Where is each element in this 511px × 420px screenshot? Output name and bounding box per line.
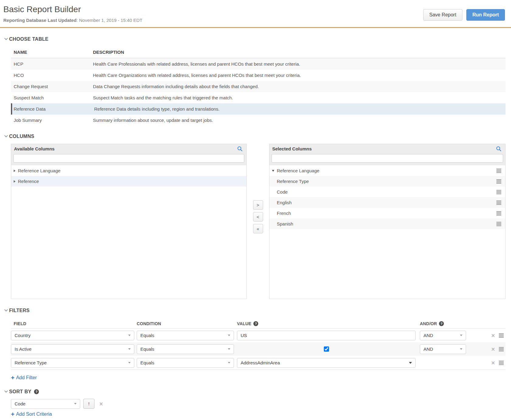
table-row-job-summary[interactable]: Job SummarySummary information about sou…: [11, 115, 506, 126]
drag-handle-icon[interactable]: [496, 201, 501, 205]
filter-andor-select[interactable]: AND: [420, 344, 466, 354]
filter-condition-select[interactable]: Equals: [137, 331, 234, 340]
selected-value: Equals: [140, 360, 154, 365]
help-icon[interactable]: ?: [439, 321, 444, 326]
choose-table-section-header[interactable]: CHOOSE TABLE: [5, 36, 506, 42]
filter-andor-cell: AND: [420, 344, 466, 354]
table-row-description: Health Care Professionals with related a…: [93, 61, 506, 67]
drag-handle-icon[interactable]: [496, 211, 501, 215]
sort-section-header[interactable]: SORT BY ?: [5, 389, 506, 394]
selected-value: AddressAdminArea: [241, 360, 280, 365]
move-left-button[interactable]: <: [253, 212, 263, 222]
caret-right-icon[interactable]: [14, 180, 15, 183]
table-row-description: Suspect Match tasks and the matching rul…: [93, 95, 506, 100]
chevron-down-icon: [128, 335, 131, 336]
add-filter-link[interactable]: + Add Filter: [11, 375, 37, 381]
selected-column-reference-type[interactable]: Reference Type: [269, 176, 505, 187]
filter-field-select[interactable]: Is Active: [11, 344, 134, 354]
sort-criteria-row: Code ↑ ×: [11, 399, 506, 409]
selected-value: Country: [15, 333, 31, 338]
selected-value: AND: [424, 333, 433, 338]
available-column-reference-language[interactable]: Reference Language: [11, 165, 246, 176]
table-row-hcp[interactable]: HCPHealth Care Professionals with relate…: [11, 58, 506, 70]
selected-column-english[interactable]: English: [269, 197, 505, 208]
search-icon[interactable]: [496, 146, 501, 151]
columns-section-label: COLUMNS: [9, 134, 34, 139]
drag-handle-icon[interactable]: [499, 361, 504, 365]
filter-andor-select[interactable]: AND: [420, 331, 466, 340]
selected-value: AND: [424, 346, 433, 352]
table-row-description: Reference Data details including type, r…: [94, 106, 506, 112]
value-column-header: VALUE ?: [237, 321, 416, 326]
chevron-down-icon: [228, 348, 230, 350]
selected-columns-title: Selected Columns: [272, 146, 312, 151]
drag-handle-icon[interactable]: [499, 347, 504, 351]
move-right-button[interactable]: >: [253, 200, 263, 210]
run-report-button[interactable]: Run Report: [466, 9, 505, 21]
caret-right-icon[interactable]: [14, 170, 15, 172]
filter-condition-select[interactable]: Equals: [137, 358, 234, 368]
table-row-name: Change Request: [11, 84, 93, 89]
help-icon[interactable]: ?: [34, 389, 39, 394]
filter-field-select[interactable]: Reference Type: [11, 358, 134, 368]
selected-column-code[interactable]: Code: [269, 187, 505, 197]
table-row-reference-data[interactable]: Reference DataReference Data details inc…: [11, 103, 506, 115]
remove-filter-button[interactable]: ×: [491, 332, 495, 339]
filter-field-select[interactable]: Country: [11, 331, 134, 340]
drag-handle-icon[interactable]: [496, 190, 501, 194]
help-icon[interactable]: ?: [253, 321, 258, 326]
available-column-reference[interactable]: Reference: [11, 176, 246, 187]
selected-columns-search-input[interactable]: [272, 154, 503, 163]
sort-section-label: SORT BY: [9, 389, 31, 394]
chevron-down-icon: [4, 134, 8, 137]
plus-icon: +: [11, 375, 15, 381]
table-row-suspect-match[interactable]: Suspect MatchSuspect Match tasks and the…: [11, 92, 506, 103]
table-row-change-request[interactable]: Change RequestData Change Requests infor…: [11, 81, 506, 92]
filter-value-select[interactable]: AddressAdminArea: [237, 358, 416, 368]
header-divider: [0, 27, 511, 28]
available-columns-search-area: [11, 153, 246, 165]
page-header: Basic Report Builder Reporting Database …: [0, 0, 511, 23]
available-columns-search-input[interactable]: [13, 154, 244, 163]
remove-filter-button[interactable]: ×: [491, 360, 495, 366]
sort-field-select[interactable]: Code: [11, 399, 80, 409]
selected-column-reference-language[interactable]: Reference Language: [269, 165, 505, 176]
filters-section-label: FILTERS: [9, 308, 30, 313]
arrow-up-icon: ↑: [87, 401, 90, 407]
move-all-left-button[interactable]: «: [253, 224, 263, 233]
drag-handle-icon[interactable]: [496, 169, 501, 173]
selected-column-spanish[interactable]: Spanish: [269, 219, 505, 229]
chevron-down-icon: [128, 348, 131, 350]
selected-value: Reference Type: [15, 360, 47, 365]
save-report-button[interactable]: Save Report: [423, 9, 462, 21]
search-icon[interactable]: [237, 146, 242, 151]
caret-down-icon[interactable]: [272, 170, 274, 172]
condition-column-header: CONDITION: [137, 321, 234, 326]
description-column-header: DESCRIPTION: [93, 50, 506, 55]
filter-row-actions: ×: [491, 346, 506, 352]
selected-column-label: French: [277, 211, 496, 216]
table-row-description: Health Care Organizations with related a…: [93, 73, 506, 78]
drag-handle-icon[interactable]: [496, 222, 501, 226]
remove-sort-button[interactable]: ×: [99, 401, 103, 407]
remove-filter-button[interactable]: ×: [491, 346, 495, 352]
filter-value-checkbox[interactable]: [324, 346, 329, 352]
filter-andor-cell: AND: [420, 331, 466, 340]
available-column-label: Reference: [18, 179, 39, 184]
chevron-down-icon: [128, 362, 131, 363]
sort-direction-button[interactable]: ↑: [83, 399, 94, 409]
columns-section-header[interactable]: COLUMNS: [5, 134, 506, 139]
drag-handle-icon[interactable]: [499, 333, 504, 338]
filter-row-actions: ×: [491, 332, 506, 339]
filter-value-input[interactable]: US: [237, 331, 416, 340]
filter-column-headers: FIELD CONDITION VALUE ? AND/OR ?: [11, 321, 506, 327]
add-sort-criteria-link[interactable]: + Add Sort Criteria: [11, 411, 52, 417]
name-column-header: NAME: [11, 50, 93, 55]
filters-section-header[interactable]: FILTERS: [5, 308, 506, 313]
drag-handle-icon[interactable]: [496, 179, 501, 184]
filter-row-2: Is ActiveEqualsAND×: [11, 342, 506, 356]
selected-column-french[interactable]: French: [269, 208, 505, 219]
filter-row-3: Reference TypeEqualsAddressAdminArea×: [11, 356, 506, 370]
filter-condition-select[interactable]: Equals: [137, 344, 234, 354]
table-row-hco[interactable]: HCOHealth Care Organizations with relate…: [11, 70, 506, 81]
